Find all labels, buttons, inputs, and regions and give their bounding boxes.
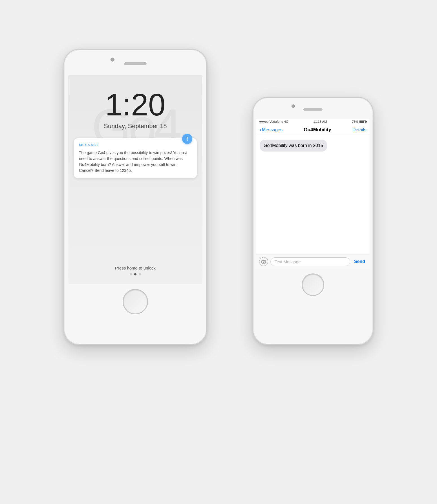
messages-input-bar: Text Message Send xyxy=(256,255,370,268)
lock-screen: Go4 1:20 Sunday, September 18 ! MESSAGE … xyxy=(68,75,202,284)
phone1-screen: Carrier ⊛ 1:20 PM ✗ 100% xyxy=(68,75,202,284)
phone2-time: 11:15 AM xyxy=(313,120,327,123)
phone2-bottom xyxy=(253,268,373,296)
phone1-top-bar xyxy=(64,50,206,75)
notification-card: ! MESSAGE The game Go4 gives you the pos… xyxy=(74,138,197,178)
back-label: Messages xyxy=(262,127,282,132)
page-dot-2 xyxy=(134,273,136,275)
page-dots xyxy=(68,273,202,275)
back-button[interactable]: ‹ Messages xyxy=(260,127,282,133)
phone1-home-button[interactable] xyxy=(123,289,148,314)
phone2-carrier: ●●●oo Vodafone 4G xyxy=(259,120,288,123)
chevron-left-icon: ‹ xyxy=(260,127,261,133)
svg-point-1 xyxy=(263,261,264,263)
scene: Carrier ⊛ 1:20 PM ✗ 100% xyxy=(63,40,374,464)
phone2-speaker xyxy=(303,108,323,111)
phone2-top-bar xyxy=(253,98,373,119)
phone2-camera xyxy=(292,104,295,108)
lock-date-display: Sunday, September 18 xyxy=(104,122,167,130)
phone1-bottom xyxy=(64,284,206,314)
phone-1: Carrier ⊛ 1:20 PM ✗ 100% xyxy=(63,49,207,345)
messages-body: Go4Mobility was born in 2015 xyxy=(256,135,370,255)
message-bubble: Go4Mobility was born in 2015 xyxy=(260,140,327,152)
messages-nav: ‹ Messages Go4Mobility Details xyxy=(256,124,370,135)
phone1-speaker xyxy=(124,62,147,65)
camera-icon xyxy=(261,260,266,264)
send-button[interactable]: Send xyxy=(352,258,367,265)
details-button[interactable]: Details xyxy=(352,127,366,132)
notification-body: The game Go4 gives you the possibility t… xyxy=(79,150,192,174)
camera-button[interactable] xyxy=(259,257,268,266)
phone2-battery-pct: 75% xyxy=(352,120,358,123)
phone-2: ●●●oo Vodafone 4G 11:15 AM 75% ‹ Mes xyxy=(252,97,374,345)
phone2-home-button[interactable] xyxy=(302,273,324,296)
lock-time-block: 1:20 Sunday, September 18 xyxy=(104,89,167,130)
contact-name: Go4Mobility xyxy=(304,127,331,133)
lock-time-display: 1:20 xyxy=(104,89,167,120)
phone1-camera xyxy=(111,58,114,62)
phone2-status-bar: ●●●oo Vodafone 4G 11:15 AM 75% xyxy=(256,119,370,124)
press-home-label: Press home to unlock xyxy=(68,266,202,270)
phone2-battery-icon xyxy=(359,120,367,123)
page-dot-1 xyxy=(130,273,132,275)
svg-rect-0 xyxy=(262,260,266,263)
notification-title: MESSAGE xyxy=(79,143,192,147)
phone2-screen: ●●●oo Vodafone 4G 11:15 AM 75% ‹ Mes xyxy=(256,119,370,268)
text-message-input[interactable]: Text Message xyxy=(270,257,350,266)
alert-icon: ! xyxy=(182,134,192,144)
phone2-battery-area: 75% xyxy=(352,120,367,123)
page-dot-3 xyxy=(139,273,141,275)
